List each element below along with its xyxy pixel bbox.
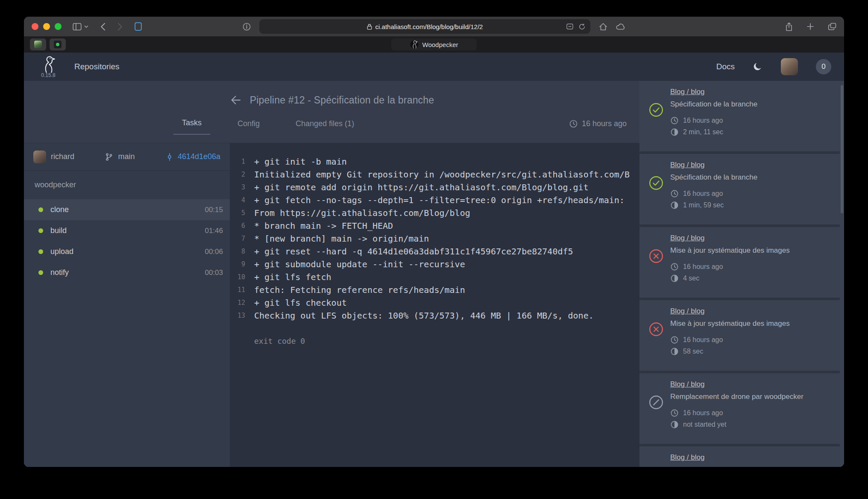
clock-icon	[670, 336, 679, 344]
build-duration: 58 sec	[670, 347, 836, 356]
pinned-tab-1-favicon	[34, 41, 42, 48]
log-line: 3+ git remote add origin https://git.ath…	[230, 181, 639, 194]
build-card[interactable]: Blog / blog Remplacement de drone par wo…	[639, 373, 844, 444]
duration-icon	[670, 420, 679, 429]
clock-icon	[670, 116, 679, 125]
traffic-lights	[32, 23, 62, 30]
duration-icon	[670, 347, 679, 356]
step-build[interactable]: build 01:46	[24, 220, 230, 241]
log-line: 9+ git submodule update --init --recursi…	[230, 258, 639, 271]
new-tab-icon[interactable]	[806, 23, 814, 30]
build-repo-link[interactable]: Blog / blog	[670, 307, 704, 316]
zoom-window-button[interactable]	[55, 23, 62, 30]
clock-icon	[670, 263, 679, 271]
site-badge-icon[interactable]	[566, 24, 573, 30]
browser-toolbar: ci.athaliasoft.com/Blog/blog/build/12/2	[24, 17, 844, 36]
build-message: Spécification de la branche	[670, 173, 836, 182]
author: richard	[33, 151, 74, 163]
status-failure-icon	[648, 248, 664, 264]
build-repo-link[interactable]: Blog / blog	[670, 88, 704, 96]
scrollbar[interactable]	[840, 81, 844, 467]
active-tab[interactable]: Woodpecker	[391, 38, 477, 50]
status-success-icon	[648, 102, 664, 118]
finished-time: 16 hours ago	[569, 119, 627, 135]
nav-docs[interactable]: Docs	[716, 62, 735, 71]
home-icon[interactable]	[599, 23, 607, 31]
duration-icon	[670, 201, 679, 210]
pipeline-main: Pipeline #12 - Spécification de la branc…	[24, 81, 639, 467]
build-repo-link[interactable]: Blog / blog	[670, 380, 704, 389]
forward-button[interactable]	[117, 23, 123, 31]
build-card[interactable]: Blog / blog Mise à jour systématique des…	[639, 227, 844, 298]
minimize-window-button[interactable]	[43, 23, 50, 30]
step-status-dot	[38, 207, 43, 212]
back-button[interactable]	[100, 23, 106, 31]
tab-config[interactable]: Config	[229, 119, 268, 135]
step-upload[interactable]: upload 00:06	[24, 241, 230, 262]
pinned-tab-2-favicon	[54, 41, 62, 48]
step-notify[interactable]: notify 00:03	[24, 262, 230, 283]
build-card[interactable]: Blog / blog	[639, 446, 844, 467]
lock-icon	[367, 24, 372, 30]
reload-icon[interactable]	[578, 23, 586, 30]
woodpecker-logo[interactable]: 0.15.8	[39, 56, 57, 78]
log-line: 12+ git lfs checkout	[230, 296, 639, 309]
build-card[interactable]: Blog / blog Mise à jour systématique des…	[639, 300, 844, 371]
clock-icon	[670, 189, 679, 198]
safari-window: ci.athaliasoft.com/Blog/blog/build/12/2	[24, 17, 844, 467]
build-duration: not started yet	[670, 420, 836, 429]
close-window-button[interactable]	[32, 23, 38, 30]
log-line: 4+ git fetch --no-tags --depth=1 --filte…	[230, 194, 639, 207]
duration-icon	[670, 274, 679, 283]
workflow-name: woodpecker	[24, 171, 230, 199]
build-duration: 2 min, 11 sec	[670, 128, 836, 136]
share-icon[interactable]	[785, 22, 793, 31]
commit-link[interactable]: 4614d1e06a	[165, 152, 220, 161]
nav-repositories[interactable]: Repositories	[74, 62, 120, 71]
status-success-icon	[648, 175, 664, 191]
status-failure-icon	[648, 322, 664, 337]
build-card[interactable]: Blog / blog Spécification de la branche …	[639, 81, 844, 151]
pinned-tab-2[interactable]	[50, 38, 66, 50]
build-time: 16 hours ago	[670, 189, 836, 198]
scrollbar-thumb[interactable]	[841, 85, 843, 213]
build-time: 16 hours ago	[670, 116, 836, 125]
sidebar-toggle-icon[interactable]	[73, 23, 82, 31]
app-navbar: 0.15.8 Repositories Docs 0	[24, 53, 844, 81]
address-bar[interactable]: ci.athaliasoft.com/Blog/blog/build/12/2	[259, 19, 590, 34]
log-line: 11fetch: Fetching reference refs/heads/m…	[230, 283, 639, 296]
exit-code: exit code 0	[254, 335, 639, 348]
tab-tasks[interactable]: Tasks	[173, 118, 210, 135]
user-avatar[interactable]	[781, 58, 798, 75]
steps-sidebar: richard main 4614d1e06a	[24, 143, 230, 467]
cloud-icon[interactable]	[616, 23, 625, 30]
build-message: Spécification de la branche	[670, 100, 836, 109]
url-text: ci.athaliasoft.com/Blog/blog/build/12/2	[375, 23, 483, 30]
queue-counter-badge[interactable]: 0	[816, 59, 831, 74]
tab-overview-icon[interactable]	[828, 23, 836, 30]
blue-page-icon[interactable]	[135, 22, 142, 31]
tab-changed-files[interactable]: Changed files (1)	[287, 119, 363, 135]
pipeline-tabs: Tasks Config Changed files (1) 16 hours …	[24, 118, 639, 135]
build-card[interactable]: Blog / blog Spécification de la branche …	[639, 154, 844, 224]
step-clone[interactable]: clone 00:15	[24, 199, 230, 220]
commit-icon	[165, 153, 174, 161]
pinned-tab-1[interactable]	[30, 38, 46, 50]
build-repo-link[interactable]: Blog / blog	[670, 453, 704, 462]
woodpecker-app: 0.15.8 Repositories Docs 0	[24, 53, 844, 467]
step-status-dot	[38, 249, 43, 254]
back-arrow-icon[interactable]	[229, 94, 242, 106]
log-line: 1+ git init -b main	[230, 155, 639, 168]
info-icon[interactable]	[243, 23, 251, 31]
dark-mode-toggle[interactable]	[753, 62, 763, 72]
build-repo-link[interactable]: Blog / blog	[670, 234, 704, 242]
branch-icon	[105, 153, 113, 161]
duration-icon	[670, 128, 679, 136]
build-repo-link[interactable]: Blog / blog	[670, 161, 704, 169]
pipeline-title: Pipeline #12 - Spécification de la branc…	[250, 94, 434, 106]
log-line: 10+ git lfs fetch	[230, 271, 639, 283]
tab-bar: Woodpecker	[24, 36, 844, 53]
log-line: 7* [new branch] main -> origin/main	[230, 232, 639, 245]
version-label: 0.15.8	[41, 72, 55, 78]
chevron-down-icon[interactable]	[84, 25, 88, 28]
